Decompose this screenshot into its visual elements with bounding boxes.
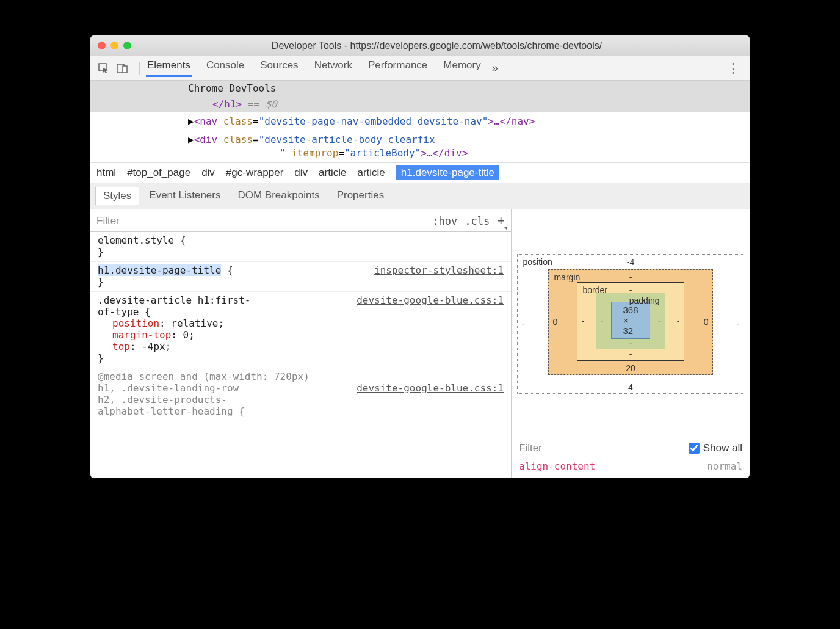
rule-close: }: [98, 352, 504, 364]
rule-source-link[interactable]: devsite-google-blue.css:1: [357, 294, 504, 306]
rule-close: }: [98, 276, 504, 288]
breadcrumb-item[interactable]: html: [96, 167, 116, 179]
computed-property-value: normal: [707, 460, 742, 472]
styles-pane: Filter :hov .cls + element.style { } h1.…: [90, 209, 750, 478]
box-border-bottom[interactable]: -: [629, 349, 632, 359]
panel-tabs: Elements Console Sources Network Perform…: [146, 59, 482, 77]
svg-rect-2: [123, 66, 127, 73]
box-content-size[interactable]: 368 × 32: [611, 302, 650, 339]
rule-selector: alphabet-letter-heading {: [98, 405, 504, 417]
computed-property-row[interactable]: align-content normal: [512, 458, 750, 478]
box-position-bottom[interactable]: 4: [628, 382, 633, 392]
close-window-button[interactable]: [98, 42, 106, 49]
dom-tree[interactable]: Chrome DevTools </h1> == $0 ▶<nav class=…: [90, 81, 750, 162]
breadcrumb: html #top_of_page div #gc-wrapper div ar…: [90, 162, 750, 183]
breadcrumb-item[interactable]: #gc-wrapper: [226, 167, 284, 179]
styles-column: Filter :hov .cls + element.style { } h1.…: [90, 209, 512, 478]
breadcrumb-item[interactable]: article: [319, 167, 346, 179]
box-margin-label: margin: [554, 272, 580, 282]
box-position-label: position: [523, 257, 552, 267]
style-rule[interactable]: element.style { }: [90, 232, 511, 262]
box-position-right[interactable]: -: [737, 319, 740, 329]
dom-close-tag: </h1>: [212, 98, 242, 110]
rule-selector: h2, .devsite-products-: [98, 394, 504, 405]
style-rules: element.style { } h1.devsite-page-title …: [90, 232, 511, 421]
styles-filter-input[interactable]: Filter: [96, 215, 425, 227]
subtab-properties[interactable]: Properties: [330, 187, 391, 205]
tab-network[interactable]: Network: [313, 59, 353, 77]
box-padding-left[interactable]: -: [600, 316, 603, 325]
box-margin-bottom[interactable]: 20: [626, 363, 635, 373]
subtab-event-listeners[interactable]: Event Listeners: [142, 187, 228, 205]
style-rule[interactable]: .devsite-article h1:first- devsite-googl…: [90, 292, 511, 368]
show-all-label: Show all: [703, 442, 742, 454]
dom-equals: ==: [248, 98, 266, 110]
tab-performance[interactable]: Performance: [367, 59, 429, 77]
styles-filter-bar: Filter :hov .cls +: [90, 209, 511, 232]
new-style-rule-button[interactable]: +: [497, 213, 505, 229]
dom-text-node: Chrome DevTools: [188, 82, 277, 94]
computed-filter-input[interactable]: Filter: [519, 442, 689, 454]
computed-filter-bar: Filter Show all: [512, 438, 750, 458]
box-margin-top[interactable]: -: [629, 272, 632, 282]
rule-source-link[interactable]: inspector-stylesheet:1: [374, 264, 504, 276]
css-value[interactable]: : -4px;: [130, 341, 171, 352]
maximize-window-button[interactable]: [123, 42, 131, 49]
dom-node-div[interactable]: ▶<div class="devsite-article-body clearf…: [90, 131, 750, 147]
titlebar: Developer Tools - https://developers.goo…: [90, 35, 750, 56]
css-property[interactable]: position: [112, 318, 159, 329]
tab-elements[interactable]: Elements: [146, 59, 192, 77]
tab-memory[interactable]: Memory: [442, 59, 482, 77]
box-model[interactable]: position -4 - - 4 margin - 0 0 20 border…: [512, 209, 750, 438]
subtab-styles[interactable]: Styles: [95, 187, 139, 205]
breadcrumb-item[interactable]: article: [357, 167, 385, 179]
inspect-element-icon[interactable]: [96, 61, 111, 76]
box-border-right[interactable]: -: [677, 316, 680, 326]
tab-sources[interactable]: Sources: [259, 59, 299, 77]
device-toolbar-icon[interactable]: [115, 61, 129, 76]
breadcrumb-item-selected[interactable]: h1.devsite-page-title: [396, 165, 499, 180]
minimize-window-button[interactable]: [110, 42, 118, 49]
style-rule[interactable]: h1.devsite-page-title { inspector-styles…: [90, 262, 511, 292]
tabs-overflow-icon[interactable]: »: [492, 62, 498, 75]
window-title: Developer Tools - https://developers.goo…: [131, 40, 742, 51]
css-value[interactable]: : relative;: [159, 318, 224, 329]
computed-column: position -4 - - 4 margin - 0 0 20 border…: [512, 209, 750, 478]
dom-dollar-zero: $0: [266, 98, 277, 110]
toolbar-separator: [609, 62, 609, 75]
css-property[interactable]: top: [112, 341, 130, 352]
rule-selector: element.style {: [98, 235, 504, 246]
computed-property-name: align-content: [519, 460, 595, 472]
rule-selector-highlight: h1.devsite-page-title: [98, 264, 221, 276]
cls-toggle[interactable]: .cls: [465, 215, 490, 227]
dom-node-nav[interactable]: ▶<nav class="devsite-page-nav-embedded d…: [90, 112, 750, 131]
box-border-left[interactable]: -: [581, 316, 584, 326]
box-padding-right[interactable]: -: [658, 316, 661, 325]
breadcrumb-item[interactable]: div: [201, 167, 215, 179]
hov-toggle[interactable]: :hov: [432, 215, 457, 227]
box-position-top[interactable]: -4: [627, 257, 634, 267]
show-all-checkbox[interactable]: [689, 443, 700, 454]
tab-console[interactable]: Console: [205, 59, 245, 77]
traffic-lights: [98, 42, 131, 49]
subtab-dom-breakpoints[interactable]: DOM Breakpoints: [230, 187, 327, 205]
rule-selector: h1, .devsite-landing-row: [98, 382, 239, 394]
toolbar-separator: [139, 62, 140, 75]
box-margin-left[interactable]: 0: [552, 317, 557, 327]
rule-source-link[interactable]: devsite-google-blue.css:1: [357, 382, 504, 394]
css-property[interactable]: margin-top: [112, 329, 171, 341]
box-position-left[interactable]: -: [521, 319, 524, 329]
settings-menu-icon[interactable]: ⋮: [726, 60, 744, 76]
box-padding-top[interactable]: -: [643, 296, 646, 305]
rule-selector: .devsite-article h1:first-: [98, 294, 250, 306]
breadcrumb-item[interactable]: #top_of_page: [127, 167, 190, 179]
style-rule-media[interactable]: @media screen and (max-width: 720px) h1,…: [90, 368, 511, 421]
box-padding-bottom[interactable]: -: [629, 338, 632, 347]
sidebar-tabs: Styles Event Listeners DOM Breakpoints P…: [90, 183, 750, 209]
rule-close: }: [98, 246, 504, 258]
css-value[interactable]: : 0;: [171, 329, 195, 341]
main-toolbar: Elements Console Sources Network Perform…: [90, 56, 750, 81]
box-margin-right[interactable]: 0: [704, 317, 709, 327]
breadcrumb-item[interactable]: div: [294, 167, 308, 179]
media-query: @media screen and (max-width: 720px): [98, 371, 504, 382]
